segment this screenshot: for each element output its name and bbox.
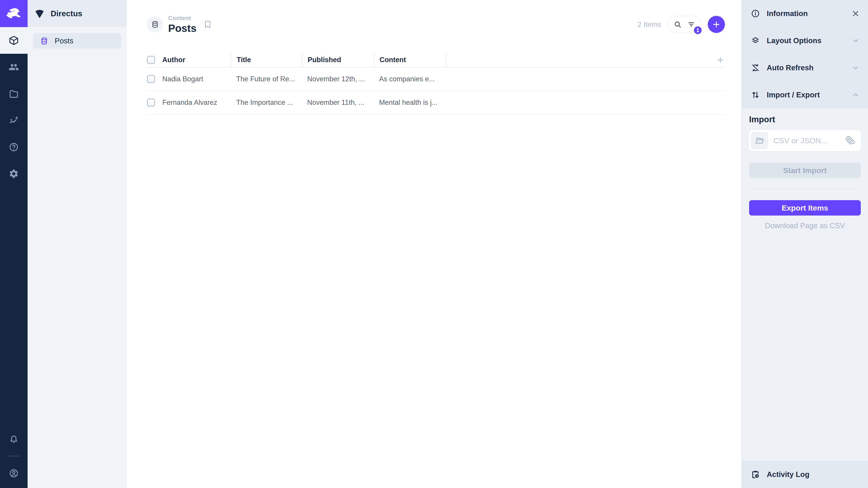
bookmark-button[interactable] <box>203 20 212 29</box>
create-item-button[interactable] <box>708 16 725 33</box>
module-users[interactable] <box>0 54 28 80</box>
module-bar <box>0 0 28 488</box>
download-csv-link[interactable]: Download Page as CSV <box>749 221 861 230</box>
user-avatar-icon <box>9 468 19 478</box>
file-input-placeholder: CSV or JSON... <box>774 136 827 145</box>
search-button[interactable] <box>674 20 682 29</box>
nav-item-label: Posts <box>55 37 73 45</box>
import-file-input[interactable]: CSV or JSON... <box>749 130 861 151</box>
cell-published: November 12th, ... <box>302 68 374 91</box>
section-label: Activity Log <box>767 470 809 479</box>
module-content[interactable] <box>0 27 28 54</box>
rail-divider <box>7 456 20 456</box>
module-insights[interactable] <box>0 107 28 134</box>
module-help[interactable] <box>0 134 28 160</box>
insights-icon <box>8 115 19 126</box>
settings-icon <box>8 168 19 179</box>
users-icon <box>8 62 19 72</box>
table-row[interactable]: Nadia Bogart The Future of Re... Novembe… <box>147 68 725 91</box>
sidebar-section-auto-refresh[interactable]: Auto Refresh <box>742 54 868 81</box>
database-icon <box>40 37 49 45</box>
add-column-button[interactable] <box>716 53 725 67</box>
select-all-checkbox[interactable] <box>147 56 155 64</box>
search-icon <box>674 20 682 29</box>
sidebar-section-activity-log[interactable]: Activity Log <box>742 461 868 488</box>
help-icon <box>8 142 19 152</box>
cell-content: As companies e... <box>374 68 446 91</box>
plus-icon <box>716 55 725 64</box>
module-bar-bottom <box>0 425 28 488</box>
main-content: Content Posts 2 Items <box>127 0 741 488</box>
cell-author: Fernanda Alvarez <box>162 91 231 114</box>
file-chip <box>751 132 768 149</box>
bell-icon <box>9 434 19 444</box>
bookmark-icon <box>203 20 212 29</box>
row-checkbox[interactable] <box>147 98 155 107</box>
breadcrumb[interactable]: Content <box>168 15 196 22</box>
column-header-content[interactable]: Content <box>374 53 446 67</box>
section-label: Layout Options <box>767 36 822 45</box>
cell-published: November 11th, ... <box>302 91 374 114</box>
items-table: Author Title Published Content Nadia Bog… <box>147 53 725 115</box>
chevron-down-icon <box>851 64 860 72</box>
cell-content: Mental health is j... <box>374 91 446 114</box>
table-header-row: Author Title Published Content <box>147 53 725 68</box>
folder-icon <box>8 89 19 99</box>
cell-title: The Future of Re... <box>231 68 302 91</box>
project-name: Directus <box>51 9 82 18</box>
sidebar-section-import-export[interactable]: Import / Export <box>742 81 868 108</box>
collections-nav: Directus Posts <box>28 0 127 488</box>
import-export-panel: Import CSV or JSON... Start Import E <box>742 108 868 230</box>
sidebar-section-layout-options[interactable]: Layout Options <box>742 27 868 54</box>
column-header-author[interactable]: Author <box>162 53 231 67</box>
project-logo-icon <box>34 8 45 19</box>
folder-open-icon <box>755 136 764 145</box>
rabbit-logo-icon <box>5 5 23 22</box>
right-sidebar: Information Layout Options <box>741 0 868 488</box>
app-window: Directus Posts Co <box>0 0 868 488</box>
paperclip-icon <box>845 136 855 145</box>
sidebar-section-information[interactable]: Information <box>742 0 868 27</box>
collection-avatar <box>147 16 163 33</box>
items-count: 2 Items <box>638 20 661 29</box>
nav-item-posts[interactable]: Posts <box>33 33 121 48</box>
page-title: Posts <box>168 22 196 34</box>
section-label: Import / Export <box>767 91 820 99</box>
export-items-button[interactable]: Export Items <box>749 200 861 216</box>
expand-layout-options-button[interactable] <box>851 36 860 45</box>
page-header: Content Posts 2 Items <box>147 0 725 49</box>
box-icon <box>8 35 19 46</box>
import-export-icon <box>751 90 760 99</box>
close-icon <box>851 9 860 18</box>
collapse-import-export-button[interactable] <box>851 91 860 99</box>
database-icon <box>151 20 159 29</box>
cell-author: Nadia Bogart <box>162 68 231 91</box>
row-checkbox[interactable] <box>147 75 155 83</box>
user-menu-button[interactable] <box>0 460 28 487</box>
table-row[interactable]: Fernanda Alvarez The Importance ... Nove… <box>147 91 725 115</box>
activity-log-icon <box>751 470 760 479</box>
directus-logo[interactable] <box>0 0 28 27</box>
project-header[interactable]: Directus <box>28 0 127 27</box>
cell-title: The Importance ... <box>231 91 302 114</box>
plus-icon <box>712 20 721 29</box>
section-label: Information <box>767 9 808 18</box>
chevron-down-icon <box>851 36 860 45</box>
layers-icon <box>751 36 760 45</box>
sync-disabled-icon <box>751 63 760 72</box>
import-heading: Import <box>749 115 861 124</box>
panel-divider <box>749 189 861 189</box>
start-import-button[interactable]: Start Import <box>749 163 861 178</box>
module-settings[interactable] <box>0 160 28 187</box>
search-filter-pill: 1 <box>668 16 702 33</box>
section-label: Auto Refresh <box>767 64 813 72</box>
expand-auto-refresh-button[interactable] <box>851 64 860 72</box>
column-header-title[interactable]: Title <box>231 53 302 67</box>
info-icon <box>751 9 760 18</box>
close-sidebar-button[interactable] <box>851 9 860 18</box>
module-files[interactable] <box>0 80 28 107</box>
filter-count-badge[interactable]: 1 <box>693 25 703 35</box>
column-header-published[interactable]: Published <box>302 53 374 67</box>
chevron-up-icon <box>851 91 860 99</box>
notifications-button[interactable] <box>0 425 28 452</box>
